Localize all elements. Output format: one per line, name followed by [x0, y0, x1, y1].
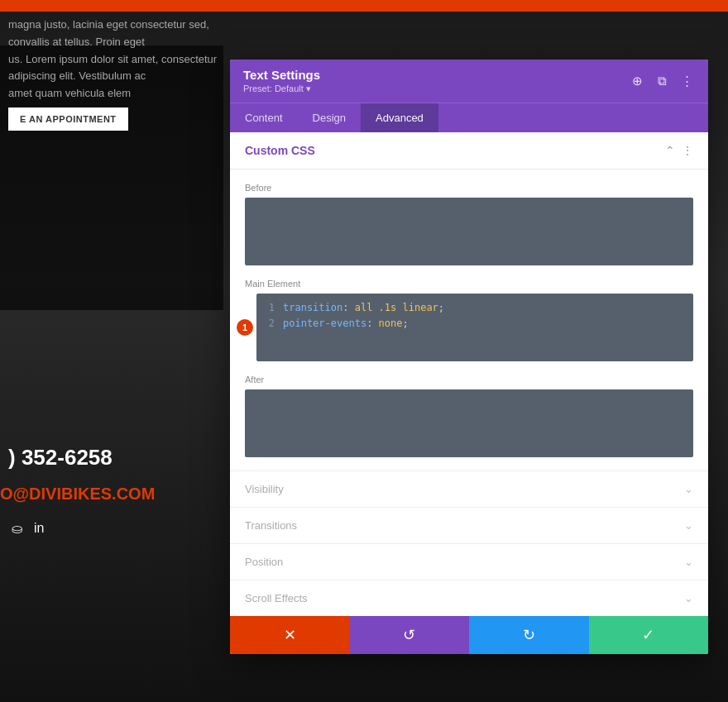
- top-bar: [0, 0, 728, 12]
- visibility-label: Visibility: [245, 483, 284, 495]
- collapse-icon[interactable]: ⌃: [665, 144, 675, 157]
- pinterest-icon[interactable]: ⛀: [12, 521, 22, 537]
- section-header: Custom CSS ⌃ ⋮: [230, 132, 708, 170]
- redo-button[interactable]: ↻: [469, 616, 589, 654]
- scroll-effects-section[interactable]: Scroll Effects ⌄: [230, 580, 708, 616]
- target-icon[interactable]: ⊕: [629, 74, 645, 88]
- tab-content[interactable]: Content: [230, 103, 298, 132]
- scroll-effects-label: Scroll Effects: [245, 592, 308, 604]
- text-settings-modal: Text Settings Preset: Default ▾ ⊕ ⧉ ⋮ Co…: [230, 60, 708, 654]
- line-code-2: pointer-events: none;: [283, 316, 409, 332]
- collapsible-sections: Visibility ⌄ Transitions ⌄ Position ⌄ Sc…: [230, 470, 708, 616]
- cancel-icon: ✕: [284, 626, 296, 644]
- modal-footer: ✕ ↺ ↻ ✓: [230, 616, 708, 654]
- main-element-editor[interactable]: 1 transition: all .1s linear; 2 pointer-…: [256, 294, 693, 361]
- phone-number: ) 352-6258: [8, 445, 113, 470]
- visibility-section[interactable]: Visibility ⌄: [230, 470, 708, 507]
- transitions-label: Transitions: [245, 519, 297, 532]
- transitions-section[interactable]: Transitions ⌄: [230, 507, 708, 543]
- tab-advanced[interactable]: Advanced: [361, 103, 438, 132]
- appointment-button[interactable]: E AN APPOINTMENT: [8, 107, 128, 131]
- code-lines: 1 transition: all .1s linear; 2 pointer-…: [256, 294, 693, 338]
- reset-icon: ↺: [403, 626, 415, 644]
- modal-header: Text Settings Preset: Default ▾ ⊕ ⧉ ⋮: [230, 60, 708, 103]
- section-title: Custom CSS: [245, 144, 315, 157]
- redo-icon: ↻: [523, 626, 535, 644]
- modal-tabs: Content Design Advanced: [230, 103, 708, 132]
- before-field: Before: [245, 183, 693, 265]
- transitions-arrow: ⌄: [684, 519, 693, 532]
- email-address: O@DIVIBIKES.COM: [0, 485, 155, 504]
- after-textarea[interactable]: [245, 389, 693, 457]
- section-more-icon[interactable]: ⋮: [682, 144, 693, 157]
- main-element-label: Main Element: [245, 279, 693, 289]
- background-text: magna justo, lacinia eget consectetur se…: [8, 17, 223, 103]
- scroll-effects-arrow: ⌄: [684, 592, 693, 604]
- badge: 1: [237, 319, 253, 336]
- code-line-1: 1 transition: all .1s linear;: [263, 300, 687, 316]
- main-element-field: Main Element 1 1 transition: all .1s lin…: [245, 279, 693, 361]
- after-label: After: [245, 375, 693, 384]
- more-options-icon[interactable]: ⋮: [678, 74, 695, 88]
- visibility-arrow: ⌄: [684, 483, 693, 495]
- layout-icon[interactable]: ⧉: [654, 74, 670, 88]
- code-line-2: 2 pointer-events: none;: [263, 316, 687, 332]
- custom-css-section: Custom CSS ⌃ ⋮ Before Main Element 1: [230, 132, 708, 470]
- cancel-button[interactable]: ✕: [230, 616, 350, 654]
- modal-body: Custom CSS ⌃ ⋮ Before Main Element 1: [230, 132, 708, 654]
- position-section[interactable]: Position ⌄: [230, 543, 708, 580]
- tab-design[interactable]: Design: [298, 103, 361, 132]
- linkedin-icon[interactable]: in: [34, 521, 44, 537]
- after-field: After: [245, 375, 693, 457]
- main-element-wrapper: 1 1 transition: all .1s linear;: [245, 294, 693, 361]
- modal-header-icons: ⊕ ⧉ ⋮: [629, 74, 695, 88]
- modal-header-left: Text Settings Preset: Default ▾: [243, 68, 320, 94]
- section-controls: ⌃ ⋮: [665, 144, 693, 157]
- line-code-1: transition: all .1s linear;: [283, 300, 444, 316]
- reset-button[interactable]: ↺: [350, 616, 470, 654]
- css-editors: Before Main Element 1 1 tr: [230, 170, 708, 470]
- modal-preset: Preset: Default ▾: [243, 84, 320, 94]
- line-num-1: 1: [263, 300, 275, 316]
- line-num-2: 2: [263, 316, 275, 332]
- modal-title: Text Settings: [243, 68, 320, 82]
- save-button[interactable]: ✓: [589, 616, 709, 654]
- before-label: Before: [245, 183, 693, 193]
- position-label: Position: [245, 556, 283, 568]
- position-arrow: ⌄: [684, 556, 693, 568]
- social-icons: ⛀ in: [12, 521, 44, 537]
- save-icon: ✓: [642, 626, 654, 644]
- before-textarea[interactable]: [245, 198, 693, 265]
